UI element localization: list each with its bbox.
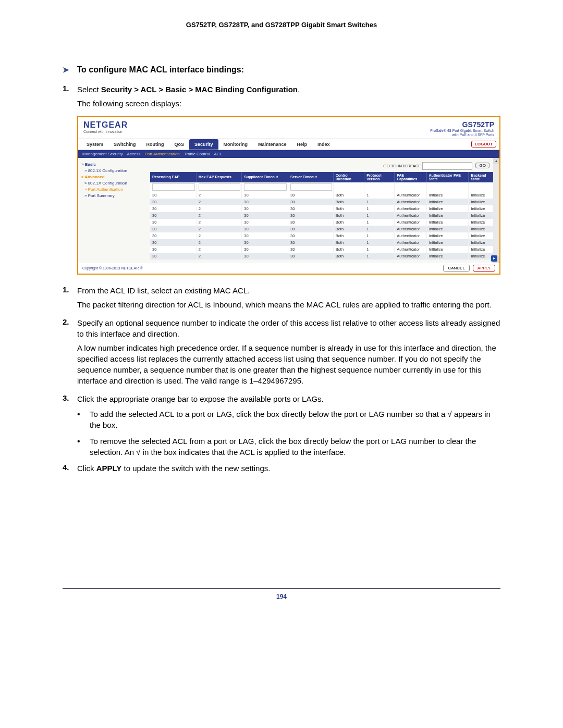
- step-num: 1.: [63, 84, 77, 95]
- table-cell: Both: [333, 239, 364, 246]
- table-cell: Authenticator: [395, 205, 426, 212]
- table-cell: 1: [364, 226, 395, 232]
- bullet-icon: [77, 436, 90, 458]
- table-row[interactable]: 3023030Both1AuthenticatorInitializeIniti…: [150, 246, 496, 253]
- step-paragraph: The packet filtering direction for ACL i…: [77, 299, 500, 310]
- table-cell: 30: [288, 226, 334, 232]
- list-item: To add the selected ACL to a port or LAG…: [77, 409, 500, 430]
- table-cell: 30: [150, 253, 196, 260]
- table-cell: Initialize: [426, 253, 469, 260]
- table-cell: Authenticator: [395, 192, 426, 199]
- col-proto: Protocol Version: [364, 172, 395, 182]
- table-cell: 30: [150, 226, 196, 232]
- filter-input[interactable]: [244, 183, 287, 191]
- sidebar-8021x[interactable]: » 802.1X Configuration: [84, 168, 144, 173]
- table-row[interactable]: 3023030Both1AuthenticatorInitializeIniti…: [150, 232, 496, 239]
- table-cell: 30: [242, 219, 288, 226]
- sidebar-8021x-2[interactable]: » 802.1X Configuration: [84, 181, 144, 186]
- nav-help[interactable]: Help: [292, 139, 313, 150]
- bullet-text: To remove the selected ACL from a port o…: [90, 436, 500, 458]
- table-cell: 30: [150, 239, 196, 246]
- table-row[interactable]: 3023030Both1AuthenticatorInitializeIniti…: [150, 199, 496, 205]
- sidebar-port-summary[interactable]: » Port Summary: [84, 193, 144, 198]
- intro-subtext: The following screen displays:: [77, 98, 500, 109]
- table-cell: 1: [364, 192, 395, 199]
- table-row[interactable]: 3023030Both1AuthenticatorInitializeIniti…: [150, 219, 496, 226]
- nav-maintenance[interactable]: Maintenance: [253, 139, 292, 150]
- sidebar-basic[interactable]: » Basic: [81, 162, 144, 167]
- table-cell: Initialize: [469, 239, 496, 246]
- table-cell: 30: [288, 239, 334, 246]
- table-row[interactable]: 3023030Both1AuthenticatorInitializeIniti…: [150, 239, 496, 246]
- table-cell: 1: [364, 219, 395, 226]
- table-cell: 2: [196, 192, 242, 199]
- col-pae: PAE Capabilities: [395, 172, 426, 182]
- table-row[interactable]: 3023030Both1AuthenticatorInitializeIniti…: [150, 253, 496, 260]
- table-row[interactable]: 3023030Both1AuthenticatorInitializeIniti…: [150, 205, 496, 212]
- nav-system[interactable]: System: [81, 139, 108, 150]
- table-row[interactable]: 3023030Both1AuthenticatorInitializeIniti…: [150, 226, 496, 232]
- subnav-acl[interactable]: ACL: [214, 152, 222, 156]
- subnav-traffic[interactable]: Traffic Control: [184, 152, 210, 156]
- table-cell: Both: [333, 246, 364, 253]
- apply-button[interactable]: APPLY: [473, 265, 495, 272]
- table-cell: 30: [242, 205, 288, 212]
- step-text: Click the appropriate orange bar to expo…: [77, 393, 500, 404]
- nav-monitoring[interactable]: Monitoring: [218, 139, 253, 150]
- filter-input[interactable]: [199, 183, 241, 191]
- table-cell: 1: [364, 205, 395, 212]
- table-cell: 2: [196, 205, 242, 212]
- table-cell: 30: [150, 219, 196, 226]
- table-cell: Initialize: [426, 232, 469, 239]
- nav-switching[interactable]: Switching: [108, 139, 141, 150]
- sidebar-port-auth[interactable]: » Port Authentication: [84, 187, 144, 192]
- scroll-up-icon[interactable]: ▴: [493, 158, 499, 164]
- nav-routing[interactable]: Routing: [141, 139, 169, 150]
- filter-input[interactable]: [290, 183, 332, 191]
- table-cell: 2: [196, 239, 242, 246]
- table-cell: 30: [288, 192, 334, 199]
- step-num: 2.: [63, 317, 77, 339]
- table-cell: 1: [364, 199, 395, 205]
- table-row[interactable]: 3023030Both1AuthenticatorInitializeIniti…: [150, 192, 496, 199]
- nav-index[interactable]: Index: [312, 139, 335, 150]
- nav-qos[interactable]: QoS: [169, 139, 190, 150]
- sidebar: » Basic » 802.1X Configuration » Advance…: [78, 158, 147, 263]
- table-cell: 30: [242, 239, 288, 246]
- table-cell: 30: [150, 205, 196, 212]
- step-text: Click APPLY to update the switch with th…: [77, 463, 500, 474]
- table-cell: Both: [333, 253, 364, 260]
- sidebar-advanced[interactable]: » Advanced: [81, 175, 144, 179]
- table-cell: 30: [150, 199, 196, 205]
- nav-security[interactable]: Security: [189, 139, 218, 150]
- subnav-mgmt[interactable]: Management Security: [82, 152, 123, 156]
- step-text: Specify an optional sequence number to i…: [77, 317, 500, 339]
- table-cell: Initialize: [469, 246, 496, 253]
- scroll-right-icon[interactable]: ▸: [491, 255, 497, 262]
- table-row[interactable]: 3023030Both1AuthenticatorInitializeIniti…: [150, 212, 496, 219]
- go-button[interactable]: GO: [475, 163, 489, 168]
- subnav-access[interactable]: Access: [127, 152, 141, 156]
- table-cell: 30: [288, 232, 334, 239]
- filter-input[interactable]: [152, 183, 195, 191]
- section-title-text: To configure MAC ACL interface bindings:: [77, 65, 244, 74]
- table-cell: 30: [242, 246, 288, 253]
- table-cell: Initialize: [469, 219, 496, 226]
- col-resending: Resending EAP: [150, 172, 196, 182]
- scrollbar[interactable]: ▴ ▾: [493, 158, 499, 263]
- table-cell: 30: [288, 205, 334, 212]
- table-cell: Both: [333, 205, 364, 212]
- table-cell: 1: [364, 253, 395, 260]
- table-cell: Initialize: [469, 192, 496, 199]
- table-cell: 1: [364, 239, 395, 246]
- table-cell: 30: [150, 246, 196, 253]
- logout-button[interactable]: LOGOUT: [471, 141, 496, 147]
- col-maxeap: Max EAP Requests: [196, 172, 242, 182]
- cancel-button[interactable]: CANCEL: [443, 265, 469, 272]
- subnav-portauth[interactable]: Port Authentication: [145, 152, 180, 156]
- table-cell: Initialize: [426, 239, 469, 246]
- go-to-interface-input[interactable]: [422, 162, 472, 170]
- filter-row: [150, 182, 496, 192]
- table-cell: 30: [150, 232, 196, 239]
- col-auth: Authenticator PAE State: [426, 172, 469, 182]
